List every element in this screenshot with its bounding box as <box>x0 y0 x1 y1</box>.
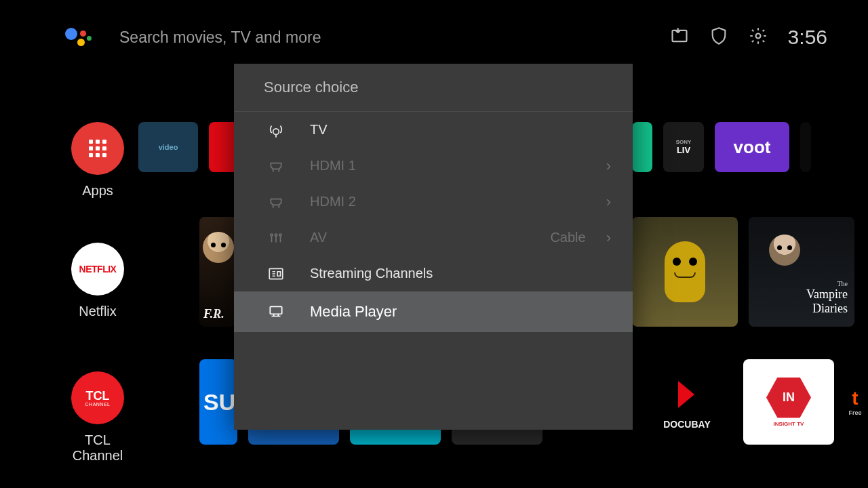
source-item-av[interactable]: AV Cable › <box>234 220 633 256</box>
source-item-tv[interactable]: TV <box>234 112 633 148</box>
source-item-hdmi2[interactable]: HDMI 2 › <box>234 184 633 220</box>
sidebar-item-label: Apps <box>65 183 130 199</box>
chevron-right-icon: › <box>606 157 611 175</box>
svg-point-5 <box>279 234 281 236</box>
content-tile[interactable]: F.R. <box>199 217 237 327</box>
sidebar-item-netflix[interactable]: NETFLIX Netflix <box>65 243 130 319</box>
app-tile[interactable] <box>632 122 652 172</box>
svg-point-3 <box>271 234 273 236</box>
source-choice-dialog: Source choice TV HDMI 1 › HDMI 2 › AV Ca… <box>234 64 633 430</box>
source-item-label: TV <box>310 122 328 138</box>
sidebar-item-label: Netflix <box>65 304 130 319</box>
sidebar-item-label: TCL Channel <box>65 432 130 464</box>
hdmi-icon <box>267 157 285 176</box>
channel-tile-docubay[interactable]: DOCUBAY <box>642 359 732 445</box>
insight-icon: IN <box>766 378 811 418</box>
app-tile[interactable]: video <box>138 122 198 172</box>
source-item-label: HDMI 1 <box>310 158 356 174</box>
dialog-title: Source choice <box>234 64 633 112</box>
content-row-right: The Vampire Diaries <box>632 217 854 327</box>
app-tile[interactable] <box>800 122 811 172</box>
gear-icon[interactable] <box>749 26 768 48</box>
app-tile-voot[interactable]: voot <box>715 122 789 172</box>
source-item-media-player[interactable]: Media Player <box>234 291 633 332</box>
content-tile-vampire-diaries[interactable]: The Vampire Diaries <box>749 217 854 327</box>
antenna-icon <box>267 121 285 140</box>
source-item-hdmi1[interactable]: HDMI 1 › <box>234 148 633 184</box>
search-input[interactable]: Search movies, TV and more <box>119 28 321 47</box>
content-row: F.R. <box>199 217 237 327</box>
source-item-value: Cable <box>550 230 585 245</box>
channel-tile[interactable]: SU <box>199 359 237 445</box>
hdmi-icon <box>267 192 285 211</box>
media-player-icon <box>267 302 285 321</box>
source-item-label: Streaming Channels <box>310 266 433 281</box>
sidebar-item-tcl-channel[interactable]: TCLCHANNEL TCL Channel <box>65 371 130 464</box>
channels-icon <box>267 264 285 283</box>
source-item-label: Media Player <box>310 303 397 321</box>
channel-tile-insight[interactable]: IN INSIGHT TV <box>743 359 834 445</box>
svg-point-4 <box>275 234 277 236</box>
assistant-icon[interactable] <box>61 24 95 51</box>
sidebar-item-apps[interactable]: Apps <box>65 122 130 199</box>
source-item-label: HDMI 2 <box>310 194 356 209</box>
channel-row-right: DOCUBAY IN INSIGHT TV t Free <box>642 359 865 445</box>
svg-point-2 <box>273 128 279 134</box>
svg-point-1 <box>755 34 760 39</box>
channel-tile[interactable]: t Free <box>845 359 865 445</box>
chevron-right-icon: › <box>606 193 611 211</box>
input-source-icon[interactable] <box>670 26 689 48</box>
docubay-icon <box>673 374 701 415</box>
chevron-right-icon: › <box>606 229 611 247</box>
shield-icon[interactable] <box>709 26 728 48</box>
av-icon <box>267 228 285 247</box>
svg-rect-7 <box>270 306 281 314</box>
clock: 3:56 <box>788 26 827 49</box>
apps-row-right: SONY LIV voot <box>632 122 811 172</box>
source-item-streaming-channels[interactable]: Streaming Channels <box>234 256 633 291</box>
source-item-label: AV <box>310 230 327 245</box>
content-tile-money-heist[interactable] <box>632 217 738 327</box>
app-tile-sonyliv[interactable]: SONY LIV <box>663 122 704 172</box>
